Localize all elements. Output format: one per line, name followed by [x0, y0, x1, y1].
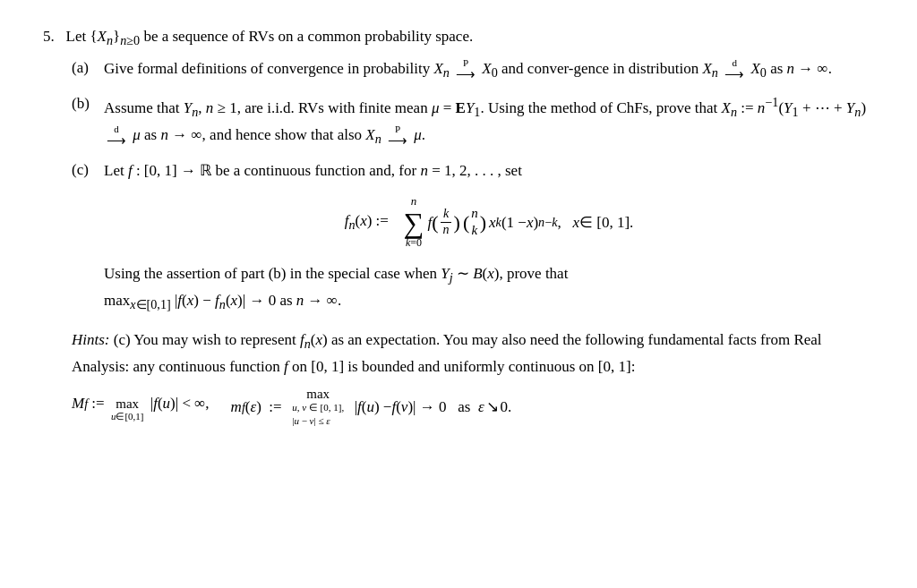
part-a-label: (a)	[72, 56, 104, 80]
mf-definition: Mf := max u∈[0,1] |f(u)| < ∞,	[72, 391, 210, 422]
problem-body: (a) Give formal definitions of convergen…	[72, 56, 874, 426]
bernstein-formula: fn(x) := n ∑ k=0 f ( k n	[104, 195, 874, 248]
part-a: (a) Give formal definitions of convergen…	[72, 56, 874, 83]
definitions-line: Mf := max u∈[0,1] |f(u)| < ∞, mf(ε) := m…	[72, 388, 874, 427]
mf2-definition: mf(ε) := max u, v ∈ [0, 1], |u − v| ≤ ε …	[231, 388, 512, 427]
part-c-content: Let f : [0, 1] → ℝ be a continuous funct…	[104, 158, 874, 315]
part-b-label: (b)	[72, 92, 104, 115]
part-c-label: (c)	[72, 158, 104, 182]
part-b: (b) Assume that Yn, n ≥ 1, are i.i.d. RV…	[72, 92, 874, 149]
part-b-content: Assume that Yn, n ≥ 1, are i.i.d. RVs wi…	[104, 92, 874, 149]
part-c: (c) Let f : [0, 1] → ℝ be a continuous f…	[72, 158, 874, 315]
hints-section: Hints: (c) You may wish to represent fn(…	[72, 328, 874, 427]
problem-number: 5. Let {Xn}n≥0 be a sequence of RVs on a…	[43, 25, 874, 51]
part-a-content: Give formal definitions of convergence i…	[104, 56, 874, 83]
